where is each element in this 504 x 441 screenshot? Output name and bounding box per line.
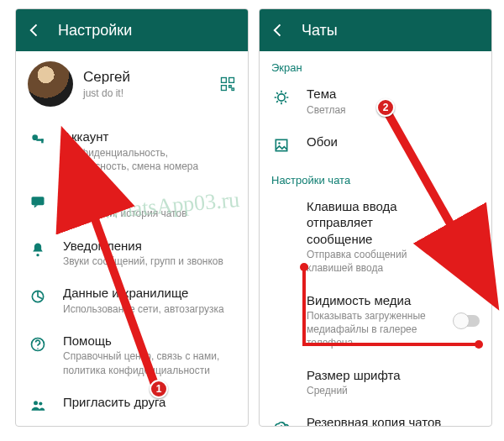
item-title: Помощь <box>63 333 236 349</box>
svg-rect-8 <box>32 197 45 205</box>
item-title: Уведомления <box>63 238 223 255</box>
section-display: Экран <box>260 51 491 77</box>
settings-item-account[interactable]: Аккаунт Конфиденциальность, безопасность… <box>16 120 248 181</box>
people-icon <box>28 396 48 416</box>
svg-point-9 <box>36 254 39 256</box>
item-title: Данные и хранилище <box>63 285 224 302</box>
bell-icon <box>28 239 48 260</box>
enter-send-title: Клавиша ввода отправляет сообщение <box>307 198 439 248</box>
wallpaper-title: Обои <box>307 134 338 150</box>
settings-list: Аккаунт Конфиденциальность, безопасность… <box>16 118 248 426</box>
qr-icon[interactable] <box>219 76 236 92</box>
font-size-row[interactable]: Размер шрифта Средний <box>260 359 491 407</box>
data-icon <box>28 286 48 307</box>
avatar <box>28 61 73 107</box>
appbar-title: Чаты <box>302 22 338 39</box>
enter-send-row[interactable]: Клавиша ввода отправляет сообщение Отпра… <box>260 190 491 284</box>
theme-icon <box>271 87 291 108</box>
profile-row[interactable]: Сергей just do it! <box>16 51 248 118</box>
item-title: Чаты <box>63 190 187 207</box>
svg-rect-16 <box>276 139 286 150</box>
backup-title: Резервная копия чатов <box>307 414 441 427</box>
theme-title: Тема <box>307 86 346 102</box>
chat-icon <box>28 192 48 212</box>
appbar: Чаты <box>260 9 491 51</box>
item-sub: Звуки сообщений, групп и звонков <box>63 255 223 268</box>
profile-status: just do it! <box>83 87 130 99</box>
item-sub: Справочный центр, связь с нами, политика… <box>63 349 236 376</box>
back-icon[interactable] <box>270 22 286 39</box>
backup-row[interactable]: Резервная копия чатов <box>260 406 491 427</box>
settings-item-data[interactable]: Данные и хранилище Использование сети, а… <box>16 276 248 324</box>
settings-item-invite[interactable]: Пригласить друга <box>16 386 248 424</box>
item-sub: Тема, обои, история чатов <box>63 207 187 220</box>
svg-rect-0 <box>222 78 227 83</box>
enter-send-sub: Отправка сообщений клавишей ввода <box>307 248 439 275</box>
help-icon <box>28 334 48 354</box>
svg-rect-7 <box>41 139 43 143</box>
svg-rect-2 <box>222 86 227 91</box>
settings-item-chats[interactable]: Чаты Тема, обои, история чатов <box>16 181 248 229</box>
back-icon[interactable] <box>26 22 43 39</box>
svg-point-12 <box>37 348 39 349</box>
cloud-icon <box>271 416 291 427</box>
profile-name: Сергей <box>83 69 130 86</box>
settings-item-notifications[interactable]: Уведомления Звуки сообщений, групп и зво… <box>16 229 248 277</box>
svg-rect-1 <box>229 78 234 83</box>
settings-screen: Настройки Сергей just do it! <box>15 8 249 427</box>
media-visibility-sub: Показывать загруженные медиафайлы в гале… <box>307 309 439 350</box>
item-title: Аккаунт <box>63 129 236 145</box>
settings-item-help[interactable]: Помощь Справочный центр, связь с нами, п… <box>16 324 248 386</box>
appbar: Настройки <box>16 9 248 51</box>
font-size-value: Средний <box>307 384 401 397</box>
annotation-badge-2: 2 <box>376 98 395 117</box>
chats-settings-screen: Чаты Экран Тема Светлая Обои Настройки ч… <box>259 8 492 427</box>
svg-point-14 <box>39 402 42 405</box>
media-visibility-toggle[interactable] <box>454 315 480 327</box>
theme-row[interactable]: Тема Светлая <box>260 77 491 125</box>
item-title: Пригласить друга <box>63 394 165 411</box>
section-chat-settings: Настройки чата <box>260 164 491 190</box>
wallpaper-icon <box>271 135 291 155</box>
wallpaper-row[interactable]: Обои <box>260 125 491 164</box>
svg-rect-3 <box>229 86 232 88</box>
svg-point-17 <box>278 142 281 144</box>
media-visibility-row[interactable]: Видимость медиа Показывать загруженные м… <box>260 284 491 359</box>
media-visibility-title: Видимость медиа <box>307 292 439 309</box>
appbar-title: Настройки <box>58 22 132 39</box>
font-size-title: Размер шрифта <box>307 367 401 384</box>
svg-point-13 <box>34 401 38 405</box>
item-sub: Использование сети, автозагрузка <box>63 302 224 316</box>
item-sub: Конфиденциальность, безопасность, смена … <box>63 146 236 173</box>
theme-value: Светлая <box>307 103 346 117</box>
svg-rect-4 <box>232 88 234 91</box>
enter-send-toggle[interactable] <box>454 231 480 243</box>
svg-point-15 <box>278 94 285 101</box>
annotation-badge-1: 1 <box>150 380 168 398</box>
key-icon <box>28 130 48 150</box>
